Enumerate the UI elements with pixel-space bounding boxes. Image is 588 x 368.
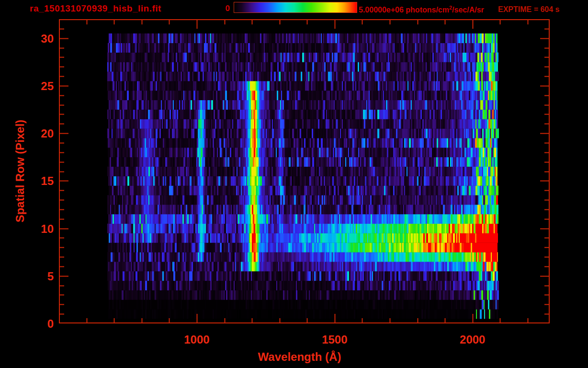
colorbar-max-label-text: 5.00000e+06 photons/cm	[359, 6, 449, 14]
x-tick-label: 1000	[184, 333, 209, 346]
x-tick-label: 2000	[460, 333, 485, 346]
exptime-label: EXPTIME = 604 s	[498, 5, 560, 14]
y-tick-label: 25	[19, 80, 54, 93]
colorbar	[234, 2, 357, 13]
plot-title: ra_150131070939_hisb_lin.fit	[30, 3, 161, 14]
y-tick-label: 0	[19, 317, 54, 331]
colorbar-max-label: 5.00000e+06 photons/cm2/sec/A/sr	[359, 5, 484, 14]
y-tick-label: 10	[19, 222, 54, 236]
plot-window: ra_150131070939_hisb_lin.fit 0 5.00000e+…	[0, 0, 588, 368]
y-tick-label: 30	[19, 32, 54, 46]
colorbar-min-label: 0	[205, 4, 230, 13]
spectral-heatmap-canvas	[59, 19, 550, 323]
y-tick-label: 5	[19, 270, 54, 283]
y-axis-title: Spatial Row (Pixel)	[13, 120, 27, 223]
colorbar-gradient	[234, 2, 357, 12]
x-tick-label: 1500	[322, 333, 347, 346]
colorbar-max-label-units: /sec/A/sr	[452, 6, 484, 14]
x-axis-title: Wavelength (Å)	[258, 350, 341, 364]
